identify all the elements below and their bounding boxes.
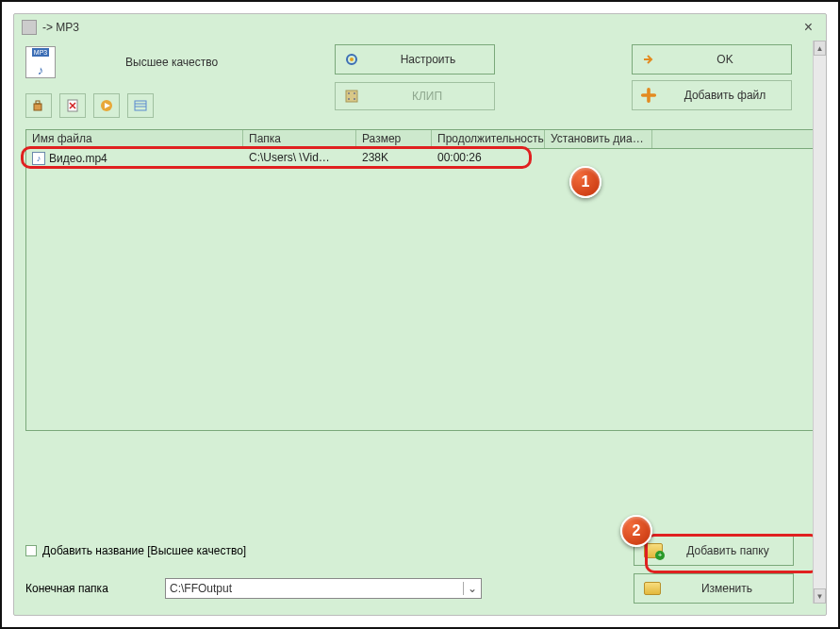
- output-folder-value: C:\FFOutput: [170, 582, 232, 595]
- svg-rect-9: [346, 91, 357, 102]
- add-title-checkbox[interactable]: [25, 545, 37, 556]
- svg-rect-6: [135, 101, 146, 110]
- svg-rect-10: [348, 92, 350, 94]
- plus-icon: [640, 87, 657, 104]
- svg-rect-2: [34, 104, 41, 110]
- bottom-panel: Добавить название [Высшее качество] + До…: [25, 528, 815, 604]
- quality-label: Высшее качество: [125, 56, 218, 69]
- add-folder-label: Добавить папку: [672, 544, 783, 557]
- mp3-badge-text: MP3: [32, 48, 49, 57]
- output-folder-row: Конечная папка C:\FFOutput ⌄ Изменить: [25, 573, 815, 604]
- cell-filename: ♪ Видео.mp4: [26, 149, 243, 168]
- scroll-track[interactable]: [814, 56, 826, 588]
- app-icon: [22, 20, 37, 35]
- svg-rect-11: [354, 92, 355, 94]
- tool-remove-button[interactable]: [59, 93, 86, 118]
- table-row[interactable]: ♪ Видео.mp4 C:\Users\ \Vid… 238K 00:00:2…: [26, 149, 814, 168]
- close-button[interactable]: ×: [799, 19, 818, 36]
- th-range[interactable]: Установить диапа…: [545, 130, 652, 148]
- folder-gear-icon: [644, 582, 661, 595]
- clip-button[interactable]: КЛИП: [335, 82, 495, 110]
- titlebar: -> MP3 ×: [14, 14, 826, 41]
- configure-button[interactable]: Настроить: [335, 44, 495, 74]
- film-icon: [343, 88, 360, 105]
- add-title-label: Добавить название [Высшее качество]: [42, 544, 246, 557]
- app-window: -> MP3 × MP3 ♪ Высшее качество Настроить: [13, 13, 827, 616]
- add-title-row: Добавить название [Высшее качество] + До…: [25, 536, 815, 566]
- annotation-badge-2: 2: [620, 515, 652, 547]
- svg-rect-13: [354, 98, 355, 100]
- th-duration[interactable]: Продолжительность: [432, 130, 545, 148]
- settings-gear-icon: [343, 51, 360, 68]
- folder-add-icon: +: [644, 543, 663, 558]
- ok-button[interactable]: OK: [632, 44, 792, 74]
- change-label: Изменить: [670, 582, 783, 595]
- th-folder[interactable]: Папка: [243, 130, 356, 148]
- window-title: -> MP3: [42, 21, 79, 34]
- output-folder-combo[interactable]: C:\FFOutput ⌄: [165, 578, 482, 599]
- ok-label: OK: [667, 53, 783, 66]
- file-icon: ♪: [32, 152, 45, 165]
- annotation-badge-1: 1: [569, 166, 601, 198]
- file-table: Имя файла Папка Размер Продолжительность…: [25, 129, 815, 431]
- output-folder-label: Конечная папка: [25, 582, 157, 595]
- tool-button-1[interactable]: [25, 93, 52, 118]
- format-mp3-icon[interactable]: MP3 ♪: [25, 46, 56, 78]
- add-folder-button[interactable]: + Добавить папку: [634, 536, 794, 566]
- th-size[interactable]: Размер: [356, 130, 432, 148]
- tool-play-button[interactable]: [93, 93, 120, 118]
- scroll-up-button[interactable]: ▲: [814, 41, 826, 56]
- change-button[interactable]: Изменить: [634, 573, 794, 604]
- screenshot-frame: -> MP3 × MP3 ♪ Высшее качество Настроить: [0, 0, 840, 629]
- svg-rect-3: [36, 101, 40, 104]
- clip-label: КЛИП: [368, 90, 486, 103]
- music-note-icon: ♪: [38, 64, 44, 76]
- filename-text: Видео.mp4: [49, 152, 107, 165]
- table-header: Имя файла Папка Размер Продолжительность…: [26, 130, 814, 149]
- svg-rect-12: [348, 98, 350, 100]
- add-file-button[interactable]: Добавить файл: [632, 80, 792, 110]
- cell-duration: 00:00:26: [432, 149, 545, 168]
- vertical-scrollbar[interactable]: ▲ ▼: [813, 41, 826, 604]
- scroll-down-button[interactable]: ▼: [814, 588, 826, 604]
- arrow-right-icon: [640, 51, 657, 68]
- svg-point-1: [350, 58, 354, 61]
- cell-folder: C:\Users\ \Vid…: [243, 149, 356, 168]
- configure-label: Настроить: [370, 53, 486, 66]
- tool-list-button[interactable]: [127, 93, 154, 118]
- cell-size: 238K: [356, 149, 432, 168]
- add-file-label: Добавить файл: [667, 89, 783, 102]
- chevron-down-icon: ⌄: [463, 582, 477, 595]
- th-filename[interactable]: Имя файла: [26, 130, 243, 148]
